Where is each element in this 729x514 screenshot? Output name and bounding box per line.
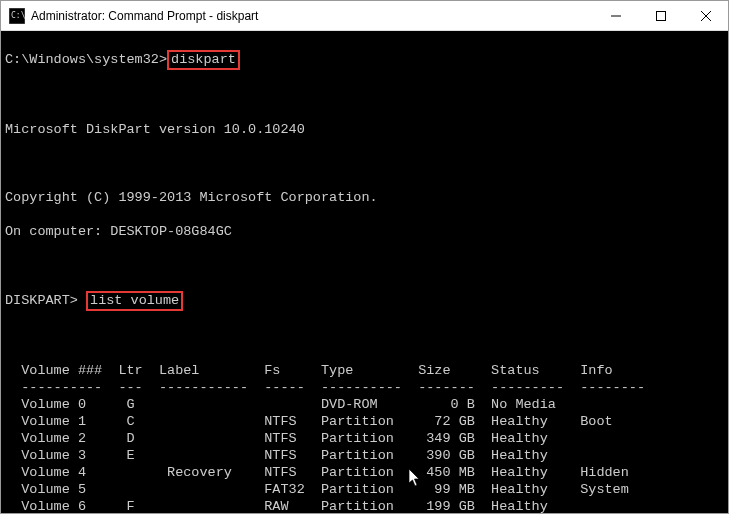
cmd-diskpart: diskpart	[167, 50, 240, 70]
volume-table: Volume ### Ltr Label Fs Type Size Status…	[5, 362, 724, 513]
svg-text:C:\: C:\	[11, 11, 25, 20]
window-controls	[593, 1, 728, 30]
cmd-list-volume: list volume	[86, 291, 183, 311]
copyright-line: Copyright (C) 1999-2013 Microsoft Corpor…	[5, 189, 724, 206]
minimize-button[interactable]	[593, 1, 638, 30]
svg-rect-3	[656, 11, 665, 20]
version-line: Microsoft DiskPart version 10.0.10240	[5, 121, 724, 138]
diskpart-prompt: DISKPART>	[5, 293, 78, 308]
terminal-output[interactable]: C:\Windows\system32>diskpart Microsoft D…	[1, 31, 728, 513]
prompt-path: C:\Windows\system32>	[5, 52, 167, 67]
window-title: Administrator: Command Prompt - diskpart	[31, 9, 593, 23]
titlebar: C:\ Administrator: Command Prompt - disk…	[1, 1, 728, 31]
maximize-button[interactable]	[638, 1, 683, 30]
cmd-icon: C:\	[9, 8, 25, 24]
close-button[interactable]	[683, 1, 728, 30]
computer-line: On computer: DESKTOP-08G84GC	[5, 223, 724, 240]
